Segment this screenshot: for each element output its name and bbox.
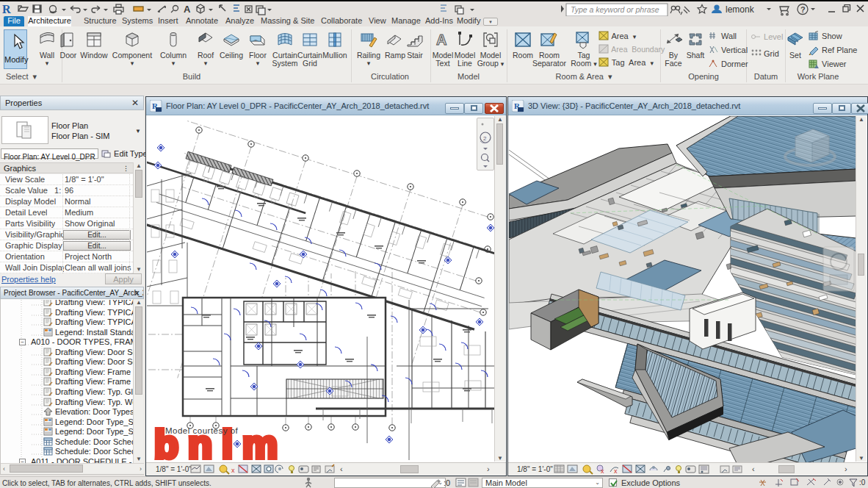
svg-text:Type a keyword or phrase: Type a keyword or phrase xyxy=(571,5,659,14)
svg-text::0: :0 xyxy=(859,478,866,487)
svg-text:A: A xyxy=(184,4,191,15)
svg-text:x: x xyxy=(614,467,618,475)
svg-text:?: ? xyxy=(800,5,806,14)
svg-text:Model courtesy of: Model courtesy of xyxy=(165,426,239,435)
svg-text:x: x xyxy=(601,467,604,475)
svg-text:x: x xyxy=(231,467,235,474)
svg-text:A: A xyxy=(436,32,446,48)
svg-text:R: R xyxy=(2,3,11,15)
svg-text:lemonk: lemonk xyxy=(726,4,755,15)
svg-text:2: 2 xyxy=(483,135,487,142)
